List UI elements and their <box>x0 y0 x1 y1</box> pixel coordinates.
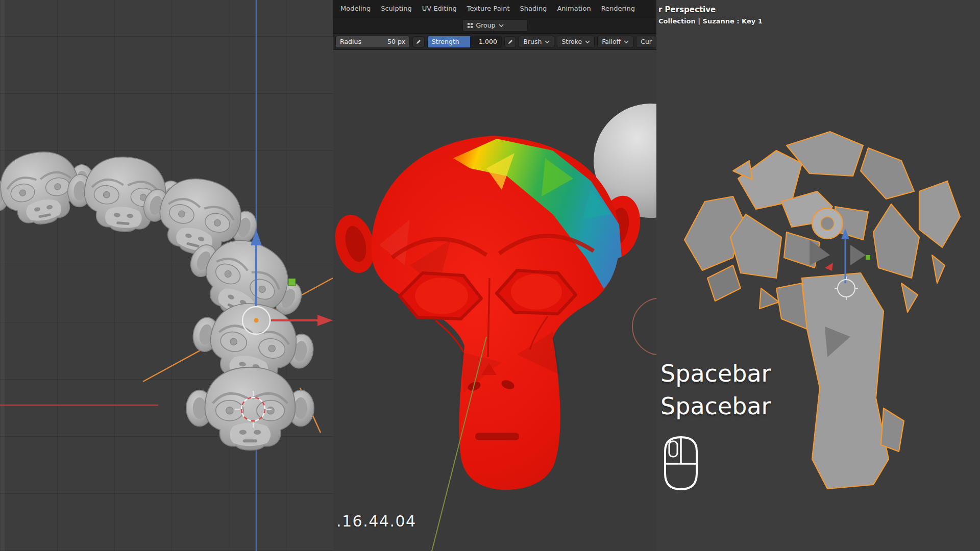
mouse-icon <box>662 435 700 492</box>
key-line: Spacebar <box>660 390 771 422</box>
tab-texture-paint[interactable]: Texture Paint <box>467 5 510 12</box>
radius-value: 50 px <box>387 38 409 45</box>
radius-slider[interactable]: Radius 50 px <box>335 36 410 48</box>
viewport-left[interactable] <box>0 0 333 551</box>
curve-dropdown[interactable]: Cur <box>636 36 656 48</box>
suzanne-painted <box>333 136 646 490</box>
fractured-suzanne <box>684 132 960 489</box>
stroke-dropdown[interactable]: Stroke <box>557 36 595 48</box>
falloff-dropdown-label: Falloff <box>602 38 621 45</box>
gizmo-plane-handle[interactable] <box>866 255 870 260</box>
workspace-tabs: Modeling Sculpting UV Editing Texture Pa… <box>333 0 656 17</box>
chevron-down-icon <box>499 24 504 27</box>
viewport-paint-panel[interactable]: Modeling Sculpting UV Editing Texture Pa… <box>333 0 656 551</box>
tab-sculpting[interactable]: Sculpting <box>381 5 412 12</box>
tab-modeling[interactable]: Modeling <box>340 5 371 12</box>
chevron-down-icon <box>624 40 629 43</box>
tab-shading[interactable]: Shading <box>520 5 547 12</box>
scene-breadcrumb: Collection | Suzanne : Key 1 <box>658 17 763 25</box>
viewport-paint-canvas[interactable] <box>333 0 656 551</box>
brush-dropdown-label: Brush <box>523 38 542 45</box>
grid-icon <box>467 22 473 29</box>
strength-value: 1.000 <box>479 38 501 45</box>
viewport-left-canvas[interactable] <box>0 0 333 551</box>
stroke-dropdown-label: Stroke <box>561 38 582 45</box>
pen-icon <box>507 39 513 45</box>
tab-rendering[interactable]: Rendering <box>601 5 635 12</box>
radius-pen-button[interactable] <box>412 36 424 47</box>
brush-cursor <box>632 298 656 355</box>
strength-slider[interactable]: Strength 1.000 <box>427 36 502 48</box>
strength-label: Strength <box>428 38 459 45</box>
strength-pen-button[interactable] <box>504 36 516 47</box>
falloff-dropdown[interactable]: Falloff <box>597 36 633 48</box>
suzanne-motion-trail <box>0 143 320 450</box>
tab-uv-editing[interactable]: UV Editing <box>422 5 457 12</box>
tab-animation[interactable]: Animation <box>557 5 591 12</box>
chevron-down-icon <box>545 40 550 43</box>
tool-settings: Radius 50 px Strength 1.000 Brush <box>333 34 656 50</box>
left-mouse-button-indicator <box>669 441 677 457</box>
topbar: Modeling Sculpting UV Editing Texture Pa… <box>333 0 656 50</box>
gizmo-x-arrowhead[interactable] <box>317 315 333 326</box>
mode-dropdown[interactable]: Group <box>462 19 528 32</box>
radius-label: Radius <box>336 38 361 45</box>
chevron-down-icon <box>585 40 590 43</box>
brush-dropdown[interactable]: Brush <box>519 36 554 48</box>
mode-row: Group <box>333 17 656 34</box>
pen-icon <box>415 39 422 45</box>
gizmo-center-dot <box>254 318 259 323</box>
key-line: Spacebar <box>660 357 771 390</box>
screencast-keys: Spacebar Spacebar <box>660 357 771 422</box>
viewport-fracture-canvas[interactable] <box>656 0 980 551</box>
gizmo-x-arrowhead[interactable] <box>825 263 833 271</box>
view-perspective-label: r Perspective <box>658 5 716 14</box>
gizmo-plane-handle[interactable] <box>288 279 296 286</box>
mode-dropdown-label: Group <box>476 21 496 29</box>
viewport-fracture-panel[interactable]: r Perspective Collection | Suzanne : Key… <box>656 0 980 551</box>
timestamp: .16.44.04 <box>336 512 416 530</box>
curve-dropdown-label: Cur <box>641 38 652 45</box>
